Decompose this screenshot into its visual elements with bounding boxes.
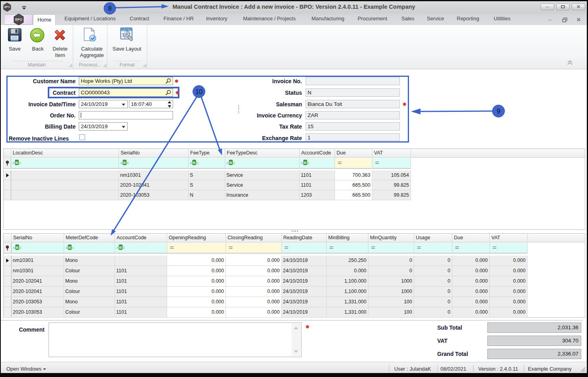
svg-text:B: B: [193, 160, 196, 165]
svg-text:A: A: [120, 161, 123, 165]
svg-text:A: A: [116, 246, 119, 250]
svg-text:C: C: [307, 161, 310, 165]
svg-text:C: C: [233, 161, 235, 165]
svg-text:B: B: [68, 245, 71, 250]
svg-text:A: A: [13, 246, 15, 250]
svg-text:B: B: [16, 160, 18, 165]
svg-text:A: A: [12, 161, 15, 165]
svg-text:B: B: [304, 160, 307, 165]
svg-text:BPO: BPO: [4, 6, 10, 8]
svg-text:C: C: [127, 161, 129, 165]
svg-text:A: A: [226, 161, 229, 165]
svg-text:C: C: [72, 246, 74, 250]
svg-text:C: C: [19, 246, 21, 250]
svg-text:C: C: [19, 161, 21, 165]
svg-text:B: B: [230, 160, 232, 165]
svg-text:A: A: [65, 246, 68, 250]
svg-text:B: B: [16, 245, 19, 250]
svg-text:A: A: [301, 161, 303, 165]
svg-text:B: B: [123, 160, 126, 165]
svg-text:C: C: [196, 161, 199, 165]
svg-text:B: B: [119, 245, 122, 250]
svg-text:A: A: [190, 161, 192, 165]
svg-text:BPO: BPO: [15, 18, 22, 21]
svg-text:C: C: [123, 246, 125, 250]
